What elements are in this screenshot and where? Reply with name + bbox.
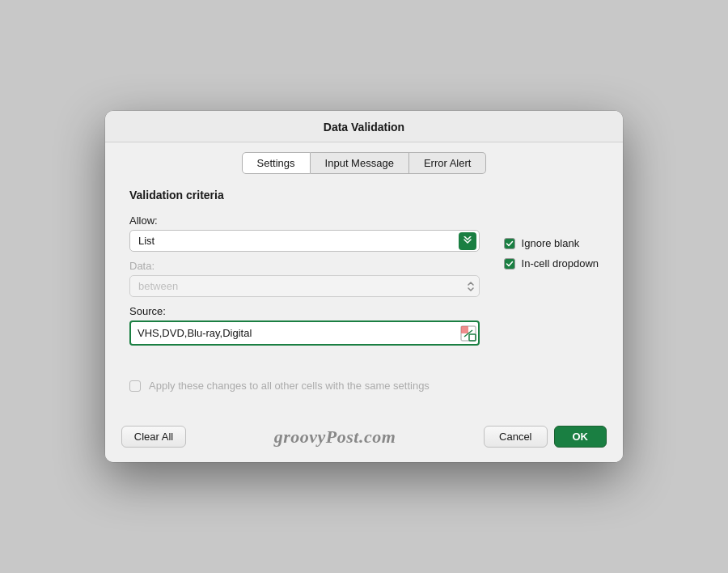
footer: Clear All groovyPost.com Cancel OK (105, 414, 623, 462)
svg-rect-2 (469, 334, 476, 341)
source-label: Source: (129, 305, 480, 317)
ignore-blank-checkbox[interactable] (504, 238, 515, 249)
ignore-blank-label: Ignore blank (522, 237, 580, 249)
apply-row: Apply these changes to all other cells w… (129, 370, 599, 401)
ignore-blank-row: Ignore blank (504, 237, 599, 249)
right-column: Ignore blank In-cell dropdown (504, 214, 599, 270)
allow-field-group: Allow: List Any value Whole number Decim… (129, 214, 480, 252)
data-select-wrapper: between not between equal to not equal t… (129, 275, 480, 297)
svg-rect-1 (461, 326, 468, 333)
left-column: Allow: List Any value Whole number Decim… (129, 214, 480, 346)
source-input[interactable] (129, 320, 480, 346)
in-cell-dropdown-checkbox[interactable] (504, 258, 515, 270)
clear-all-button[interactable]: Clear All (121, 426, 186, 448)
tab-settings[interactable]: Settings (242, 152, 311, 174)
tab-error-alert[interactable]: Error Alert (409, 152, 487, 174)
allow-select[interactable]: List Any value Whole number Decimal Date… (129, 230, 480, 252)
action-buttons: Cancel OK (484, 426, 607, 448)
ok-button[interactable]: OK (554, 426, 607, 448)
watermark: groovyPost.com (186, 427, 484, 448)
data-validation-dialog: Data Validation Settings Input Message E… (105, 111, 623, 462)
data-field-group: Data: between not between equal to not e… (129, 260, 480, 297)
apply-label: Apply these changes to all other cells w… (149, 380, 430, 392)
data-select[interactable]: between not between equal to not equal t… (129, 275, 480, 297)
section-title: Validation criteria (129, 189, 599, 202)
dialog-title: Data Validation (105, 121, 623, 134)
allow-select-wrapper: List Any value Whole number Decimal Date… (129, 230, 480, 252)
data-label: Data: (129, 260, 480, 272)
range-select-icon[interactable] (460, 325, 476, 342)
cancel-button[interactable]: Cancel (484, 426, 547, 448)
content-area: Validation criteria Allow: List Any valu… (105, 174, 623, 414)
apply-checkbox[interactable] (129, 380, 141, 392)
source-field-group: Source: (129, 305, 480, 346)
source-input-wrapper (129, 320, 480, 346)
allow-label: Allow: (129, 214, 480, 227)
title-bar: Data Validation (105, 111, 623, 142)
in-cell-dropdown-row: In-cell dropdown (504, 257, 599, 270)
tab-input-message[interactable]: Input Message (311, 152, 409, 174)
tabs-row: Settings Input Message Error Alert (105, 142, 623, 174)
form-area: Allow: List Any value Whole number Decim… (129, 214, 599, 346)
in-cell-dropdown-label: In-cell dropdown (522, 257, 599, 270)
